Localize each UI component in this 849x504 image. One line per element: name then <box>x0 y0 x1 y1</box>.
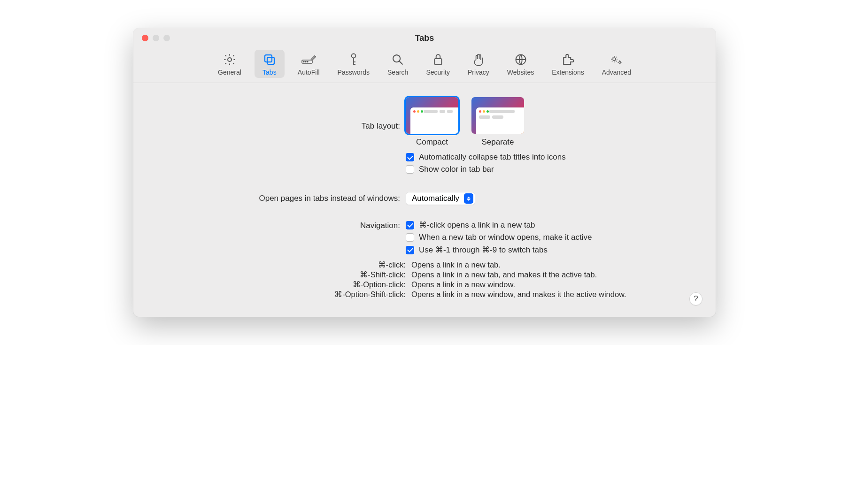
preferences-toolbar: General Tabs AutoFill Passwords Search <box>133 48 716 83</box>
content-area: Tab layout: Compact Separate <box>133 83 716 317</box>
checkbox-label: Use ⌘-1 through ⌘-9 to switch tabs <box>419 245 548 255</box>
layout-option-compact[interactable]: Compact <box>406 97 458 147</box>
toolbar-item-security[interactable]: Security <box>421 50 455 78</box>
layout-caption: Compact <box>406 137 458 147</box>
layout-option-separate[interactable]: Separate <box>471 97 524 147</box>
layout-thumb-separate <box>471 97 524 134</box>
gears-icon <box>609 53 625 67</box>
magnifier-icon <box>390 53 406 67</box>
toolbar-item-advanced[interactable]: Advanced <box>597 50 636 78</box>
toolbar-label: AutoFill <box>298 69 320 76</box>
globe-icon <box>513 53 529 67</box>
toolbar-item-websites[interactable]: Websites <box>502 50 539 78</box>
toolbar-label: General <box>218 69 241 76</box>
shortcut-key: ⌘-Option-click: <box>152 280 406 289</box>
checkbox-make-active[interactable] <box>406 233 414 242</box>
minimize-window-button[interactable] <box>153 35 159 41</box>
close-window-button[interactable] <box>142 35 148 41</box>
svg-rect-1 <box>265 55 272 62</box>
shortcut-key: ⌘-Shift-click: <box>152 270 406 279</box>
titlebar: Tabs <box>133 28 716 48</box>
preferences-window: Tabs General Tabs AutoFill Passwords <box>133 28 716 317</box>
svg-point-8 <box>393 55 400 62</box>
toolbar-label: Extensions <box>552 69 584 76</box>
shortcut-desc: Opens a link in a new window. <box>411 280 697 289</box>
toolbar-label: Privacy <box>468 69 489 76</box>
svg-point-11 <box>613 58 616 61</box>
help-icon: ? <box>694 294 698 304</box>
shortcut-key: ⌘-click: <box>152 260 406 269</box>
window-title: Tabs <box>415 33 434 43</box>
toolbar-item-passwords[interactable]: Passwords <box>333 50 374 78</box>
layout-caption: Separate <box>471 137 524 147</box>
toolbar-item-tabs[interactable]: Tabs <box>255 50 285 78</box>
toolbar-label: Passwords <box>338 69 370 76</box>
svg-rect-9 <box>434 59 441 65</box>
toolbar-item-privacy[interactable]: Privacy <box>463 50 494 78</box>
toolbar-item-autofill[interactable]: AutoFill <box>293 50 324 78</box>
toolbar-item-extensions[interactable]: Extensions <box>547 50 588 78</box>
select-value: Automatically <box>412 194 459 203</box>
zoom-window-button[interactable] <box>163 35 170 41</box>
checkbox-label: Automatically collapse tab titles into i… <box>419 153 566 162</box>
checkbox-cmd-click[interactable] <box>406 221 414 229</box>
shortcut-desc: Opens a link in a new tab. <box>411 260 697 269</box>
toolbar-label: Security <box>426 69 450 76</box>
toolbar-item-general[interactable]: General <box>213 50 246 78</box>
hand-icon <box>471 53 486 67</box>
layout-thumb-compact <box>406 97 458 134</box>
svg-point-0 <box>228 58 232 61</box>
svg-point-7 <box>351 54 355 58</box>
svg-point-12 <box>619 61 621 63</box>
svg-point-4 <box>303 61 304 62</box>
traffic-lights <box>142 35 170 41</box>
open-pages-select[interactable]: Automatically <box>406 192 475 205</box>
gear-icon <box>222 53 238 67</box>
tab-layout-label: Tab layout: <box>152 97 406 131</box>
pencil-field-icon <box>301 53 316 67</box>
shortcut-desc: Opens a link in a new window, and makes … <box>411 290 697 299</box>
toolbar-label: Tabs <box>262 69 277 76</box>
toolbar-item-search[interactable]: Search <box>383 50 413 78</box>
svg-point-5 <box>305 61 306 62</box>
checkbox-show-color[interactable] <box>406 165 414 174</box>
checkbox-label: Show color in tab bar <box>419 165 494 174</box>
checkbox-label: When a new tab or window opens, make it … <box>419 233 592 242</box>
checkbox-cmd-number[interactable] <box>406 246 414 254</box>
navigation-label: Navigation: <box>152 220 406 230</box>
help-button[interactable]: ? <box>689 292 702 305</box>
shortcut-descriptions: ⌘-click: Opens a link in a new tab. ⌘-Sh… <box>152 260 697 299</box>
toolbar-label: Websites <box>507 69 534 76</box>
chevron-up-down-icon <box>464 193 473 204</box>
checkbox-collapse-titles[interactable] <box>406 153 414 161</box>
puzzle-icon <box>560 53 576 67</box>
shortcut-desc: Opens a link in a new tab, and makes it … <box>411 270 697 279</box>
key-icon <box>346 53 362 67</box>
svg-rect-2 <box>267 57 274 64</box>
shortcut-key: ⌘-Option-Shift-click: <box>152 290 406 299</box>
checkbox-label: ⌘-click opens a link in a new tab <box>419 220 535 230</box>
open-pages-label: Open pages in tabs instead of windows: <box>152 194 406 203</box>
tabs-icon <box>262 53 278 67</box>
toolbar-label: Search <box>387 69 408 76</box>
toolbar-label: Advanced <box>602 69 631 76</box>
lock-icon <box>430 53 446 67</box>
svg-point-6 <box>307 61 308 62</box>
